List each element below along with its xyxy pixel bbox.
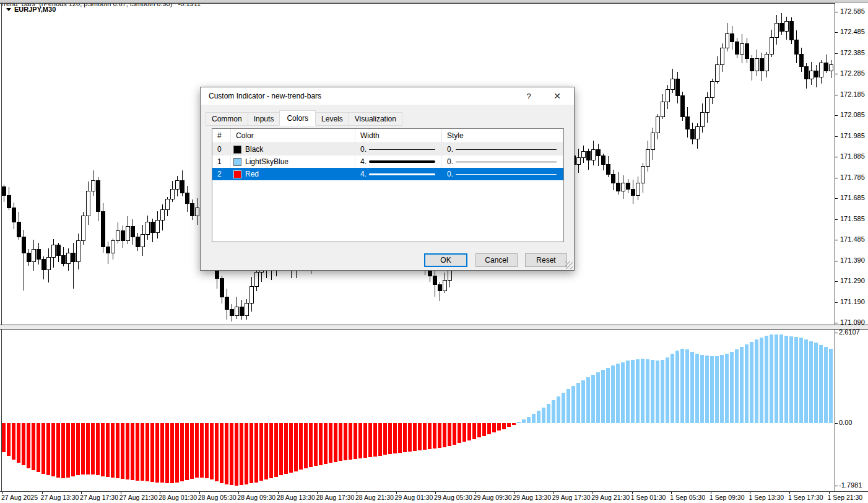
column-header[interactable]: # [212,129,231,143]
resize-grip-icon[interactable] [565,261,573,269]
tab-colors[interactable]: Colors [279,110,316,126]
dropdown-arrow-icon[interactable] [6,8,11,11]
style-line-sample [456,174,557,175]
close-icon[interactable]: ✕ [548,87,566,105]
candle-body [443,280,447,291]
histogram-bar-negative [116,423,119,478]
tab-common[interactable]: Common [206,112,248,126]
candle-body [651,133,655,150]
row-width-cell: 4. [355,168,442,180]
time-axis-tick [671,492,672,494]
histogram-bar-positive [532,414,536,423]
histogram-bar-positive [765,336,768,423]
histogram-bar-positive [571,386,575,423]
table-row[interactable]: 1LightSkyBlue4.0. [212,155,563,168]
histogram-bar-positive [562,393,565,423]
column-header[interactable]: Width [355,129,442,143]
histogram-bar-positive [661,360,664,423]
reset-button[interactable]: Reset [525,253,567,267]
histogram-bar-negative [403,423,407,452]
indicator-histogram[interactable] [0,329,835,491]
help-icon[interactable]: ? [519,87,538,105]
price-axis-tick [835,281,838,282]
candle-body [765,55,769,71]
symbol-period-text: EURJPY,M30 [14,6,56,13]
histogram-bar-negative [66,423,70,478]
histogram-bar-positive [730,352,734,423]
histogram-bar-negative [250,423,253,483]
histogram-bar-negative [462,423,466,442]
column-header[interactable]: Color [231,129,355,143]
width-line-sample [369,173,435,175]
candle-body [136,237,140,247]
histogram-bar-negative [56,423,60,478]
candle-body [582,152,586,158]
table-row[interactable]: 0Black0.0. [212,143,563,155]
histogram-bar-positive [824,347,828,423]
candle-body [661,102,665,116]
histogram-bar-positive [557,396,560,423]
time-axis-label: 29 Aug 05:30 [434,494,472,501]
price-axis-tick [835,32,838,33]
price-axis-tick [835,302,838,303]
histogram-bar-negative [230,423,233,485]
histogram-bar-positive [789,336,793,423]
time-axis-tick [514,492,514,494]
candle-body [602,156,605,164]
style-value: 0. [447,145,453,154]
time-scale-line[interactable] [0,491,868,492]
histogram-bar-negative [7,423,11,456]
candle-body [161,210,165,221]
dialog-titlebar[interactable]: Custom Indicator - new-trend-bars [201,87,574,105]
time-axis-tick [711,492,711,494]
candle-body [220,278,224,297]
candle-body [795,40,799,54]
dialog-title: Custom Indicator - new-trend-bars [209,92,321,100]
column-header[interactable]: Style [442,129,563,143]
price-axis-tick [835,12,838,12]
tab-inputs[interactable]: Inputs [248,112,280,126]
histogram-bar-positive [809,341,813,423]
ok-button[interactable]: OK [424,253,467,267]
price-scale-line[interactable] [835,3,835,491]
cancel-button[interactable]: Cancel [475,253,518,267]
tab-levels[interactable]: Levels [315,112,349,126]
histogram-bar-negative [32,423,35,470]
histogram-bar-negative [96,423,100,475]
color-swatch [233,158,241,166]
candle-body [438,284,442,291]
histogram-bar-negative [388,423,392,454]
color-name: Black [245,145,263,154]
candle-body [805,67,809,79]
table-row[interactable]: 2Red4.0. [212,168,563,180]
time-axis-tick [357,492,357,494]
histogram-bar-positive [651,360,654,423]
tab-visualization[interactable]: Visualization [349,112,402,126]
histogram-bar-positive [522,419,526,423]
histogram-bar-negative [235,423,238,486]
price-axis-tick [835,115,838,116]
histogram-bar-negative [150,423,154,482]
time-axis-tick [789,492,790,494]
histogram-bar-negative [393,423,397,453]
time-axis-label: 1 Sep 21:30 [828,494,863,501]
histogram-bar-negative [155,423,159,483]
time-axis-label: 27 Aug 17:30 [80,494,118,501]
candle-body [186,193,189,204]
histogram-bar-negative [319,423,323,465]
candle-body [52,245,56,258]
histogram-bar-positive [646,359,649,423]
candle-body [636,183,640,195]
candle-body [820,63,823,77]
row-color-cell: Black [231,143,355,155]
histogram-bar-positive [552,400,555,423]
terminal-window: EURJPY,M30 Trend_Bars (rPeriods 120, pSm… [0,0,868,503]
time-axis-tick [278,492,279,494]
time-axis-tick [199,492,200,494]
time-axis-label: 29 Aug 17:30 [552,494,591,501]
histogram-bar-positive [829,349,833,423]
candle-body [126,226,130,240]
candle-body [800,55,804,67]
histogram-bar-positive [705,356,709,423]
histogram-bar-positive [636,359,640,423]
